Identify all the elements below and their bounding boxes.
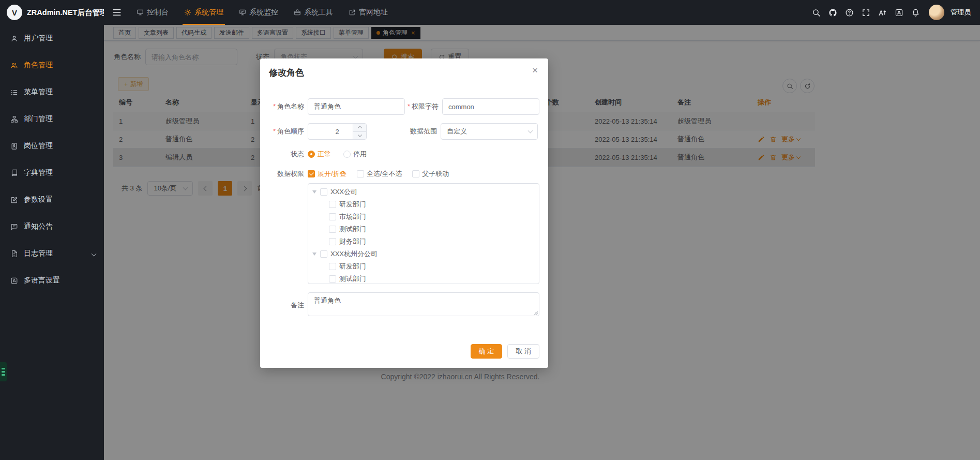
radio-label: 停用 <box>353 150 367 159</box>
status-label: 状态 <box>260 150 304 159</box>
remark-label: 备注 <box>260 301 304 310</box>
tree-node-label: 研发部门 <box>339 200 366 209</box>
edit-role-dialog: 修改角色 × *角色名称 *权限字符 *角色顺序 2 数据范围 自定义 <box>260 58 548 368</box>
sidebar-item-label: 通知公告 <box>24 222 53 231</box>
tree-checkbox[interactable] <box>329 263 336 270</box>
browser-extension-badge[interactable] <box>0 362 7 381</box>
nav-label: 系统监控 <box>249 8 278 17</box>
help-icon[interactable] <box>842 5 856 20</box>
checkbox-checked-icon <box>308 170 315 177</box>
caret-down-icon[interactable] <box>312 190 316 194</box>
search-icon[interactable] <box>809 5 823 20</box>
checkbox-label: 全选/全不选 <box>367 169 402 179</box>
avatar[interactable] <box>929 5 944 20</box>
user-name[interactable]: 管理员 <box>951 8 971 17</box>
sidebar-item-dict[interactable]: 字典管理 <box>0 159 104 186</box>
parent-child-link-checkbox[interactable]: 父子联动 <box>412 169 449 179</box>
tree-node[interactable]: 研发部门 <box>308 198 539 211</box>
sidebar-item-label: 角色管理 <box>24 61 53 70</box>
nav-item-system[interactable]: 系统管理 <box>176 0 231 25</box>
topbar-tools: 管理员 <box>809 5 980 20</box>
required-asterisk: * <box>273 127 276 135</box>
tree-node-label: 研发部门 <box>339 262 366 271</box>
sidebar: V ZRAdmin.NET后台管理 用户管理 角色管理 菜单管理 部门管理 岗位… <box>0 0 104 460</box>
sidebar-item-user[interactable]: 用户管理 <box>0 25 104 52</box>
sidebar-item-params[interactable]: 参数设置 <box>0 186 104 213</box>
radio-normal[interactable]: 正常 <box>308 150 331 159</box>
sidebar-item-dept[interactable]: 部门管理 <box>0 106 104 132</box>
tree-node-label: 测试部门 <box>339 225 366 234</box>
radio-label: 正常 <box>318 150 331 159</box>
sidebar-item-label: 部门管理 <box>24 114 53 124</box>
role-order-input[interactable]: 2 <box>308 123 367 140</box>
radio-disabled[interactable]: 停用 <box>343 150 367 159</box>
close-icon[interactable]: × <box>532 65 538 75</box>
sidebar-item-logs[interactable]: 日志管理 <box>0 240 104 267</box>
sitemap-icon <box>10 115 18 123</box>
monitor-icon <box>137 9 144 16</box>
tree-node-label: 财务部门 <box>339 237 366 246</box>
tree-checkbox[interactable] <box>329 226 336 233</box>
external-link-icon <box>349 9 356 16</box>
toolbox-icon <box>294 9 301 16</box>
nav-item-tools[interactable]: 系统工具 <box>286 0 341 25</box>
sidebar-item-notice[interactable]: 通知公告 <box>0 213 104 240</box>
tree-node[interactable]: 测试部门 <box>308 273 539 284</box>
select-all-checkbox[interactable]: 全选/全不选 <box>357 169 402 179</box>
language-icon[interactable] <box>892 5 906 20</box>
dialog-body: *角色名称 *权限字符 *角色顺序 2 数据范围 自定义 <box>260 79 548 318</box>
checkbox-label: 父子联动 <box>422 169 449 179</box>
nav-item-dashboard[interactable]: 控制台 <box>129 0 176 25</box>
sidebar-item-label: 菜单管理 <box>24 87 53 97</box>
role-name-input[interactable] <box>308 98 405 115</box>
data-scope-value: 自定义 <box>447 127 467 136</box>
sidebar-item-menu[interactable]: 菜单管理 <box>0 79 104 106</box>
cancel-button[interactable]: 取 消 <box>507 344 539 359</box>
app-logo[interactable]: V ZRAdmin.NET后台管理 <box>0 0 104 25</box>
checkbox-unchecked-icon <box>412 170 419 177</box>
tree-node[interactable]: XXX公司 <box>308 186 539 198</box>
tree-node[interactable]: 测试部门 <box>308 223 539 235</box>
perm-char-label: *权限字符 <box>405 102 439 111</box>
sidebar-item-post[interactable]: 岗位管理 <box>0 132 104 159</box>
confirm-button[interactable]: 确 定 <box>471 344 503 359</box>
perm-char-input[interactable] <box>442 98 539 115</box>
tree-node[interactable]: XXX杭州分公司 <box>308 248 539 260</box>
tree-options: 展开/折叠 全选/全不选 父子联动 <box>308 169 459 179</box>
tree-node-label: 市场部门 <box>339 212 366 221</box>
hamburger-icon[interactable] <box>104 8 129 17</box>
tree-checkbox[interactable] <box>329 238 336 245</box>
sidebar-item-i18n[interactable]: 多语言设置 <box>0 267 104 294</box>
increase-button[interactable] <box>353 124 366 132</box>
nav-item-monitor[interactable]: 系统监控 <box>231 0 286 25</box>
role-order-label: *角色顺序 <box>260 127 304 136</box>
remark-textarea[interactable]: 普通角色 <box>308 292 539 316</box>
number-spinner <box>353 124 366 139</box>
required-asterisk: * <box>408 102 410 110</box>
tree-node[interactable]: 市场部门 <box>308 211 539 223</box>
tree-node-label: XXX杭州分公司 <box>330 249 378 259</box>
sidebar-item-role[interactable]: 角色管理 <box>0 52 104 79</box>
fullscreen-icon[interactable] <box>858 5 873 20</box>
decrease-button[interactable] <box>353 132 366 140</box>
tree-checkbox[interactable] <box>320 188 327 196</box>
caret-down-icon[interactable] <box>312 253 316 256</box>
tree-node[interactable]: 财务部门 <box>308 235 539 248</box>
bell-icon[interactable] <box>908 5 923 20</box>
role-icon <box>10 62 18 69</box>
chevron-down-icon <box>528 128 533 133</box>
expand-collapse-checkbox[interactable]: 展开/折叠 <box>308 169 346 179</box>
sidebar-item-label: 字典管理 <box>24 168 53 177</box>
github-icon[interactable] <box>825 5 840 20</box>
nav-item-website[interactable]: 官网地址 <box>341 0 396 25</box>
chat-icon <box>10 223 18 231</box>
tree-checkbox[interactable] <box>320 250 327 258</box>
tree-checkbox[interactable] <box>329 213 336 220</box>
tree-checkbox[interactable] <box>329 201 336 208</box>
data-scope-select[interactable]: 自定义 <box>441 123 538 140</box>
tree-checkbox[interactable] <box>329 275 336 283</box>
role-order-value: 2 <box>335 128 339 136</box>
resize-handle-icon[interactable] <box>533 310 538 315</box>
tree-node[interactable]: 研发部门 <box>308 260 539 273</box>
font-size-icon[interactable] <box>875 5 889 20</box>
